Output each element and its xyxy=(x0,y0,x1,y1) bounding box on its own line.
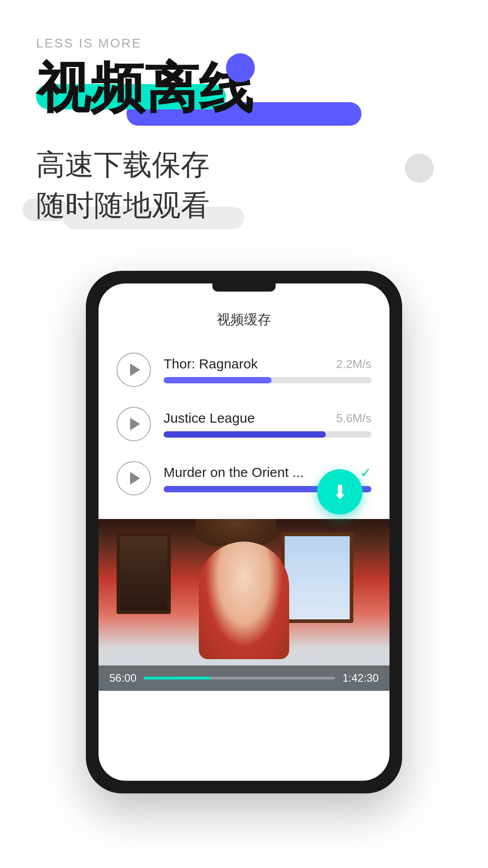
screen-title: 视频缓存 xyxy=(99,283,389,338)
phone-screen: 视频缓存 Thor: Ragnarok 2.2M/s xyxy=(99,283,389,781)
download-title-thor: Thor: Ragnarok xyxy=(164,356,258,372)
play-button-thor[interactable] xyxy=(117,353,151,387)
hero-section: LESS IS MORE 视频离线 高速下载保存 随时随地观看 xyxy=(0,0,488,253)
progress-fill-thor xyxy=(164,377,272,383)
download-info-justice: Justice League 5.6M/s xyxy=(164,410,371,438)
scene-window-left xyxy=(117,533,171,614)
subtitle-section: 高速下载保存 随时随地观看 xyxy=(36,145,452,226)
current-time: 56:00 xyxy=(109,672,136,684)
download-title-row-justice: Justice League 5.6M/s xyxy=(164,410,371,426)
download-item-thor[interactable]: Thor: Ragnarok 2.2M/s xyxy=(117,343,371,397)
video-thumbnail[interactable]: ⬇ 56:00 1:42:30 xyxy=(99,519,389,691)
play-icon-thor xyxy=(130,363,140,376)
time-progress-fill xyxy=(144,677,211,679)
download-title-murder: Murder on the Orient ... xyxy=(164,465,304,480)
download-speed-justice: 5.6M/s xyxy=(336,411,371,425)
subtitle-line1: 高速下载保存 xyxy=(36,145,452,185)
scene-person xyxy=(199,542,289,659)
phone-notch xyxy=(212,283,276,292)
tagline: LESS IS MORE xyxy=(36,36,452,51)
subtitle-line2: 随时随地观看 xyxy=(36,185,452,226)
download-info-thor: Thor: Ragnarok 2.2M/s xyxy=(164,356,371,383)
dot-purple xyxy=(226,53,255,82)
phone-wrapper: 视频缓存 Thor: Ragnarok 2.2M/s xyxy=(0,271,488,793)
download-item-justice[interactable]: Justice League 5.6M/s xyxy=(117,397,371,451)
play-icon-justice xyxy=(130,418,140,430)
progress-bg-thor xyxy=(164,377,371,383)
progress-fill-justice xyxy=(164,431,326,438)
play-button-justice[interactable] xyxy=(117,407,151,441)
download-title-justice: Justice League xyxy=(164,410,255,426)
title-row: 视频离线 xyxy=(36,58,452,118)
progress-bg-justice xyxy=(164,431,371,438)
download-speed-thor: 2.2M/s xyxy=(336,357,371,371)
video-image xyxy=(99,519,389,691)
download-fab-icon: ⬇ xyxy=(332,481,348,503)
download-check-icon: ✓ xyxy=(360,465,371,481)
total-time: 1:42:30 xyxy=(343,672,379,684)
time-progress-bg[interactable] xyxy=(144,677,335,679)
download-title-row-thor: Thor: Ragnarok 2.2M/s xyxy=(164,356,371,372)
phone-mockup: 视频缓存 Thor: Ragnarok 2.2M/s xyxy=(86,271,402,793)
play-icon-murder xyxy=(130,472,140,485)
scene-window-right xyxy=(281,533,353,623)
download-fab-button[interactable]: ⬇ xyxy=(317,469,362,514)
play-button-murder[interactable] xyxy=(117,461,151,495)
video-time-bar: 56:00 1:42:30 xyxy=(99,665,389,691)
